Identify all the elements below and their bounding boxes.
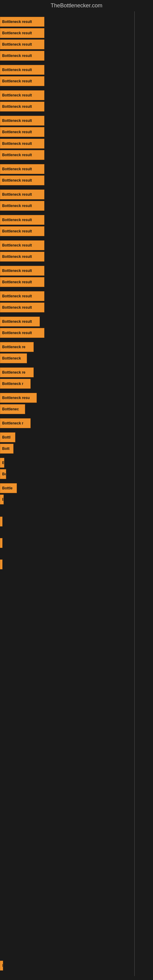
bar-item: Bottleneck result (0, 201, 45, 211)
bar-label: Bottleneck result (2, 79, 32, 83)
bar-label: Bottleneck result (2, 294, 32, 298)
bar-label: Bottleneck result (2, 204, 32, 208)
bar-item: Bottleneck r (0, 379, 30, 389)
bar-item: Bottleneck result (0, 28, 45, 38)
bar-label: Bottleneck result (2, 243, 32, 247)
bar-label: Bottleneck result (2, 105, 32, 109)
bar-label: Bottleneck result (2, 331, 32, 335)
bar-label: Bott (2, 447, 10, 451)
bar-label: B (2, 964, 3, 968)
bar-item: Bottleneck result (0, 76, 45, 86)
bar-label: Bottleneck r (2, 382, 23, 386)
bar-item: Bo (0, 469, 6, 479)
bar-label: Bottleneck result (2, 20, 32, 24)
bar-label: Bottleneck result (2, 42, 32, 46)
chart-area: Bottleneck resultBottleneck resultBottle… (0, 11, 153, 976)
bar-item: Bottleneck result (0, 277, 45, 287)
bar-item: Bottleneck result (0, 116, 45, 126)
bar-item: Bottleneck result (0, 226, 45, 236)
bar-label: Bottle (2, 486, 13, 490)
bar-label: Bottleneck result (2, 68, 32, 72)
bar-item (0, 538, 2, 548)
bar-item: B (0, 458, 4, 468)
bar-item: Bottleneck re (0, 342, 33, 352)
bar-label: Bottleneck result (2, 218, 32, 222)
bar-label: Bottleneck result (2, 93, 32, 97)
bar-label: Bottleneck re (2, 345, 26, 349)
bar-item: Bottlenec (0, 404, 25, 414)
bar-label: Bottlenec (2, 407, 19, 411)
bar-item: Bottleneck result (0, 150, 45, 160)
bar-item: Bottleneck result (0, 266, 45, 275)
bar-label: Bottleneck re (2, 370, 26, 375)
bar-item: Bottl (0, 433, 15, 442)
bar-label: Bottleneck result (2, 54, 32, 58)
bar-label: Bottleneck result (2, 229, 32, 233)
bar-item: Bottleneck resu (0, 393, 37, 403)
bar-item: Bottleneck result (0, 291, 45, 301)
bar-item: Bottle (0, 483, 17, 493)
bar-label: Bottleneck (2, 356, 21, 360)
bar-label: Bottleneck result (2, 320, 32, 324)
bar-item: Bottleneck (0, 353, 27, 363)
bar-item (0, 560, 2, 569)
bar-item: Bottleneck result (0, 189, 45, 199)
bar-item: Bott (0, 444, 13, 453)
bar-item: Bottleneck result (0, 65, 45, 75)
bar-item: Bottleneck r (0, 418, 30, 428)
bar-item: Bottleneck result (0, 302, 45, 312)
bar-item (0, 517, 2, 527)
bar-item: Bottleneck result (0, 90, 45, 100)
bar-label: Bottleneck result (2, 280, 32, 284)
bar-label: Bottleneck result (2, 192, 32, 197)
bar-item: Bottleneck result (0, 164, 45, 174)
bar-label: Bottl (2, 435, 10, 439)
bar-item: Bottleneck result (0, 102, 45, 111)
bar-label: Bottleneck result (2, 130, 32, 134)
bar-label: Bottleneck result (2, 119, 32, 123)
bar-label: Bottleneck result (2, 178, 32, 183)
bar-label: Bo (2, 472, 6, 476)
bar-item: Bottleneck result (0, 139, 45, 148)
bar-label: Bottleneck r (2, 421, 23, 425)
bar-label: Bottleneck result (2, 167, 32, 171)
bar-item: Bottleneck result (0, 127, 45, 137)
bar-label: Bottleneck result (2, 255, 32, 259)
bar-label: B (2, 497, 3, 502)
bar-item: Bottleneck result (0, 175, 45, 185)
bar-item: Bottleneck re (0, 368, 33, 377)
bar-label: Bottleneck result (2, 269, 32, 273)
bar-item: Bottleneck result (0, 317, 40, 326)
bar-item: Bottleneck result (0, 40, 45, 49)
bar-label: Bottleneck result (2, 31, 32, 35)
bar-item: Bottleneck result (0, 328, 45, 338)
site-title: TheBottlenecker.com (0, 0, 153, 11)
bar-label: Bottleneck result (2, 305, 32, 310)
bar-item: Bottleneck result (0, 215, 45, 225)
bar-label: B (2, 461, 4, 465)
bar-item: Bottleneck result (0, 17, 45, 27)
bar-item: B (0, 495, 4, 504)
axis-line (134, 11, 135, 976)
bar-item: Bottleneck result (0, 51, 45, 60)
bar-label: Bottleneck result (2, 142, 32, 146)
bar-item: Bottleneck result (0, 240, 45, 250)
bar-item: B (0, 961, 3, 970)
bar-item: Bottleneck result (0, 252, 45, 261)
bar-label: Bottleneck resu (2, 396, 30, 400)
bar-label: Bottleneck result (2, 153, 32, 157)
